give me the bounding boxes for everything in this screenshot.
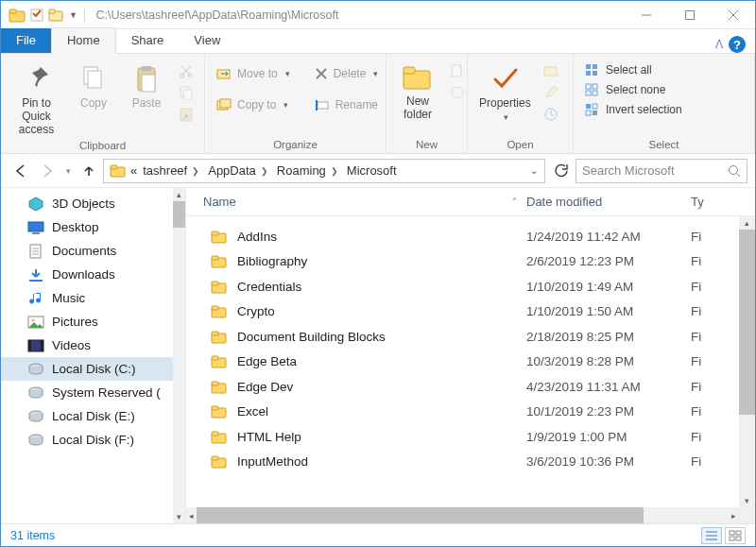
table-row[interactable]: Bibliography2/6/2019 12:23 PMFi [186,249,755,275]
maximize-button[interactable] [668,1,712,29]
table-row[interactable]: AddIns1/24/2019 11:42 AMFi [186,224,755,249]
history-icon[interactable] [541,105,561,124]
navpane-scrollbar[interactable]: ▴ ▾ [173,188,185,523]
disk-icon [27,362,44,377]
svg-rect-21 [220,99,231,108]
hscroll-thumb[interactable] [197,507,644,523]
svg-rect-4 [49,9,55,13]
refresh-button[interactable] [547,159,574,183]
svg-point-46 [730,165,738,174]
nav-item[interactable]: Desktop [1,215,185,239]
delete-button[interactable]: Delete▾ [311,65,383,82]
vscroll-thumb[interactable] [739,230,755,415]
thumbnails-view-button[interactable] [725,527,746,544]
properties-button[interactable]: Properties ▾ [473,60,537,124]
svg-rect-24 [318,102,328,109]
back-button[interactable] [9,159,33,183]
rename-icon [315,98,330,111]
copy-path-icon[interactable] [176,83,197,102]
vscroll-up-icon[interactable]: ▴ [745,216,749,230]
nav-item[interactable]: Music [1,286,185,310]
nav-item[interactable]: Pictures [1,310,185,333]
hscroll-right-icon[interactable]: ▸ [729,511,739,521]
content-vscroll[interactable]: ▴ ▾ [739,216,755,507]
table-row[interactable]: HTML Help1/9/2019 1:00 PMFi [186,424,755,450]
nav-item-label: System Reserved ( [52,385,161,400]
crumb-appdata[interactable]: AppData❯ [206,163,273,178]
up-button[interactable] [77,159,101,183]
nav-item[interactable]: Local Disk (C:) [1,357,185,381]
tab-file[interactable]: File [1,28,51,53]
new-folder-button[interactable]: New folder [392,60,443,124]
vscroll-down-icon[interactable]: ▾ [745,494,749,507]
tab-share[interactable]: Share [116,28,180,53]
pin-to-quick-access-button[interactable]: Pin to Quick access [7,60,66,138]
nav-item[interactable]: 3D Objects [1,192,185,215]
table-row[interactable]: Crypto1/10/2019 1:50 AMFi [186,299,755,325]
svg-rect-83 [212,456,218,460]
search-box[interactable]: Search Microsoft [576,159,747,183]
svg-rect-58 [28,340,31,351]
cut-icon[interactable] [176,61,197,80]
help-icon[interactable]: ? [729,36,746,53]
crumb-microsoft[interactable]: Microsoft [345,163,399,178]
table-row[interactable]: Excel10/1/2019 2:23 PMFi [186,400,755,425]
new-item-icon[interactable] [447,61,468,80]
address-bar[interactable]: « tashreef❯ AppData❯ Roaming❯ Microsoft … [103,159,545,183]
svg-rect-71 [212,306,218,310]
nav-item[interactable]: System Reserved ( [1,381,185,404]
table-row[interactable]: Edge Beta10/3/2019 8:28 PMFi [186,350,755,375]
recent-locations-button[interactable]: ▾ [61,159,75,183]
invert-selection-button[interactable]: Invert selection [581,101,686,118]
nav-item[interactable]: Local Disk (E:) [1,404,185,428]
scroll-down-icon[interactable]: ▾ [177,510,181,523]
svg-rect-77 [212,382,218,385]
svg-rect-38 [586,91,591,95]
nav-item[interactable]: Local Disk (F:) [1,428,185,452]
col-header-date[interactable]: Date modified [526,195,687,209]
table-row[interactable]: Credentials1/10/2019 1:49 AMFi [186,274,755,299]
col-header-type[interactable]: Ty [687,195,755,209]
collapse-ribbon-icon[interactable]: ᐱ [715,38,723,51]
crumb-roaming[interactable]: Roaming❯ [275,163,343,178]
svg-rect-32 [586,64,591,69]
table-row[interactable]: Edge Dev4/23/2019 11:31 AMFi [186,374,755,400]
crumb-tashreef[interactable]: tashreef❯ [141,163,204,178]
qat-dropdown-icon[interactable]: ▼ [69,10,77,20]
copy-button[interactable]: Copy [68,60,119,112]
close-button[interactable] [712,1,755,29]
nav-item[interactable]: Downloads [1,263,185,286]
move-to-button[interactable]: Move to▾ [213,65,294,82]
minimize-button[interactable] [625,1,668,29]
address-dropdown-icon[interactable]: ⌄ [525,159,542,183]
qat-newfolder-icon[interactable] [48,8,65,23]
crumb-overflow[interactable]: « [129,163,139,178]
nav-item[interactable]: Documents [1,239,185,263]
select-none-button[interactable]: Select none [581,81,686,98]
nav-item[interactable]: Videos [1,333,185,357]
invert-icon [585,103,600,116]
rename-button[interactable]: Rename [311,96,383,113]
easy-access-icon[interactable] [447,83,468,102]
scroll-up-icon[interactable]: ▴ [177,188,181,201]
select-all-button[interactable]: Select all [581,61,686,78]
nav-item-label: Local Disk (E:) [52,409,135,423]
navigation-pane: 3D ObjectsDesktopDocumentsDownloadsMusic… [1,188,186,523]
paste-button[interactable]: Paste [121,60,172,112]
table-row[interactable]: InputMethod3/6/2019 10:36 PMFi [186,450,755,475]
tab-view[interactable]: View [179,28,235,53]
content-hscroll[interactable]: ◂ ▸ [186,507,739,523]
edit-icon[interactable] [541,83,561,102]
paste-shortcut-icon[interactable] [176,105,197,124]
table-row[interactable]: Document Building Blocks2/18/2019 8:25 P… [186,324,755,350]
scroll-thumb[interactable] [173,201,185,228]
hscroll-left-icon[interactable]: ◂ [186,511,197,521]
copy-to-button[interactable]: Copy to▾ [213,96,294,113]
col-header-name[interactable]: Name ˄ [186,195,526,209]
qat-properties-icon[interactable] [29,8,44,23]
details-view-button[interactable] [701,527,722,544]
open-icon[interactable] [541,61,561,80]
tab-home[interactable]: Home [51,27,116,54]
forward-button[interactable] [35,159,60,183]
pictures-icon [27,315,44,330]
